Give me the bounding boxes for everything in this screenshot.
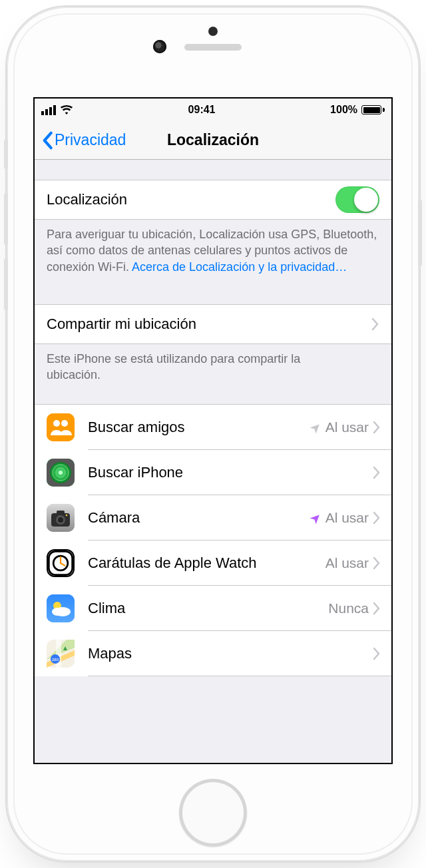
settings-content: Localización Para averiguar tu ubicación…	[35, 160, 391, 763]
home-button[interactable]	[179, 779, 247, 847]
share-my-location-row[interactable]: Compartir mi ubicación	[35, 304, 391, 344]
svg-point-7	[59, 471, 63, 475]
chevron-right-icon	[373, 421, 381, 434]
share-my-location-footer: Este iPhone se está utilizando para comp…	[35, 344, 314, 393]
app-name-label: Carátulas de Apple Watch	[88, 554, 325, 572]
share-my-location-label: Compartir mi ubicación	[47, 316, 371, 333]
app-status-label: ➤Al usar	[310, 419, 369, 435]
volume-down-button	[4, 258, 8, 310]
about-location-privacy-link[interactable]: Acerca de Localización y la privacidad…	[132, 260, 347, 274]
app-row-mapas[interactable]: 280Mapas	[35, 631, 391, 676]
svg-point-12	[58, 517, 63, 523]
svg-point-1	[53, 420, 60, 427]
caratulas-apple-watch-app-icon	[47, 549, 75, 577]
svg-point-21	[52, 608, 63, 616]
earpiece-speaker	[184, 44, 242, 51]
chevron-right-icon	[373, 466, 381, 479]
buscar-amigos-app-icon	[47, 413, 75, 441]
app-row-caratulas-apple-watch[interactable]: Carátulas de Apple WatchAl usar	[35, 541, 391, 586]
app-name-label: Mapas	[88, 645, 369, 662]
volume-up-button	[4, 193, 8, 245]
buscar-iphone-app-icon	[47, 459, 75, 487]
app-row-buscar-iphone[interactable]: Buscar iPhone	[35, 450, 391, 495]
svg-point-13	[66, 515, 68, 517]
chevron-right-icon	[371, 318, 379, 331]
app-name-label: Buscar amigos	[88, 419, 310, 436]
chevron-right-icon	[373, 556, 381, 570]
cellular-signal-icon	[41, 105, 56, 115]
app-location-list: Buscar amigos➤Al usarBuscar iPhoneCámara…	[35, 404, 391, 676]
app-row-buscar-amigos[interactable]: Buscar amigos➤Al usar	[35, 405, 391, 450]
status-bar: 09:41 100%	[35, 99, 391, 121]
svg-rect-0	[47, 413, 75, 441]
mapas-app-icon: 280	[47, 640, 75, 668]
app-row-clima[interactable]: ClimaNunca	[35, 586, 391, 631]
chevron-right-icon	[373, 511, 381, 525]
location-arrow-icon: ➤	[307, 419, 324, 436]
battery-percent: 100%	[330, 104, 357, 116]
camara-app-icon	[47, 504, 75, 532]
back-label: Privacidad	[55, 131, 126, 149]
chevron-left-icon	[41, 131, 53, 150]
svg-rect-10	[57, 511, 65, 515]
app-status-label: Al usar	[325, 555, 369, 571]
power-button	[418, 200, 422, 266]
app-status-label: Nunca	[328, 600, 369, 616]
iphone-device-frame: 09:41 100% Privacidad Localización Local…	[7, 7, 419, 861]
proximity-sensor	[208, 27, 218, 36]
battery-icon	[361, 105, 385, 114]
app-name-label: Buscar iPhone	[88, 464, 369, 481]
nav-bar: Privacidad Localización	[35, 121, 391, 160]
svg-text:280: 280	[52, 658, 59, 662]
location-arrow-icon: ➤	[307, 509, 324, 527]
location-services-toggle-row[interactable]: Localización	[35, 180, 391, 220]
clima-app-icon	[47, 594, 75, 622]
location-services-switch[interactable]	[335, 186, 379, 213]
app-name-label: Clima	[88, 600, 328, 617]
app-name-label: Cámara	[88, 509, 310, 527]
app-status-label: ➤Al usar	[310, 510, 369, 526]
chevron-right-icon	[373, 602, 381, 615]
location-services-label: Localización	[47, 191, 335, 208]
screen: 09:41 100% Privacidad Localización Local…	[33, 97, 393, 764]
page-title: Localización	[167, 131, 259, 149]
app-row-camara[interactable]: Cámara➤Al usar	[35, 495, 391, 541]
front-camera	[153, 40, 166, 53]
mute-switch	[4, 140, 8, 169]
back-button[interactable]: Privacidad	[41, 131, 126, 150]
status-time: 09:41	[73, 104, 330, 116]
wifi-icon	[60, 103, 73, 116]
location-services-footer: Para averiguar tu ubicación, Localizació…	[35, 220, 391, 284]
chevron-right-icon	[373, 647, 381, 660]
svg-point-2	[61, 420, 68, 427]
